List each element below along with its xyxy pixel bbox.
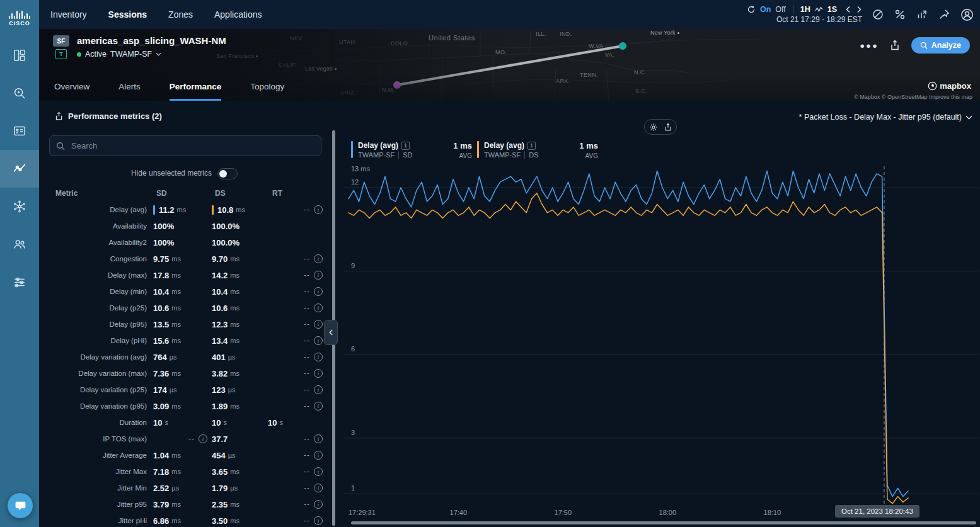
more-menu-icon[interactable]: ●●●	[860, 41, 879, 50]
info-icon[interactable]: i	[314, 402, 323, 411]
info-icon[interactable]: i	[314, 320, 323, 329]
metric-label: Delay (min)	[45, 283, 147, 300]
sidebar-item-performance[interactable]	[0, 150, 39, 188]
chevron-left-icon[interactable]	[845, 6, 851, 13]
metric-row[interactable]: Jitter p953.79ms2.35ms--i	[45, 496, 323, 513]
metric-row[interactable]: Delay variation (max)7.36ms3.82ms--i	[45, 365, 323, 382]
metric-row[interactable]: Jitter Average1.04ms454µs--i	[45, 447, 323, 463]
metric-row[interactable]: Duration10s10s10s	[45, 414, 323, 431]
pin-icon	[938, 9, 950, 20]
map-attribution[interactable]: © Mapbox © OpenStreetMap Improve this ma…	[854, 94, 972, 100]
nav-applications[interactable]: Applications	[214, 9, 262, 20]
metric-cell-ds: 454µs	[212, 447, 266, 463]
info-icon[interactable]: i	[314, 205, 323, 214]
info-icon[interactable]: i	[314, 484, 323, 492]
sidebar-item-inventory[interactable]	[0, 112, 39, 150]
info-icon[interactable]: i	[314, 271, 323, 280]
info-icon[interactable]: i	[314, 336, 323, 345]
metric-row[interactable]: Delay variation (p25)174µs123µs--i	[45, 382, 323, 398]
reports-button[interactable]	[916, 9, 928, 20]
nav-zones[interactable]: Zones	[168, 9, 193, 20]
legend-series-ds[interactable]: Delay (avg)1 TWAMP-SFDS 1 ms AVG	[477, 141, 598, 159]
tab-alerts[interactable]: Alerts	[118, 82, 141, 101]
info-icon[interactable]: i	[314, 353, 323, 361]
info-icon[interactable]: i	[314, 254, 323, 263]
sidebar-item-users[interactable]	[0, 225, 39, 263]
info-icon[interactable]: i	[314, 451, 323, 460]
legend-color-ds	[477, 141, 479, 158]
tab-topology[interactable]: Topology	[250, 82, 284, 101]
mapbox-logo[interactable]: mapbox	[928, 81, 971, 91]
metric-row[interactable]: Availability100%100.0%	[45, 218, 323, 234]
metric-cell-sd: 100%	[153, 218, 207, 234]
info-icon[interactable]: i	[314, 434, 323, 443]
info-icon[interactable]: i	[314, 303, 323, 312]
nav-sessions[interactable]: Sessions	[108, 9, 147, 20]
metric-row[interactable]: IP TOS (max)--i37.7--i	[45, 431, 323, 447]
info-icon[interactable]: i	[314, 369, 323, 378]
metric-cell-ds: 1.89ms	[212, 398, 266, 414]
chart-horizontal-scrollbar[interactable]	[351, 521, 976, 524]
metric-row[interactable]: Jitter pHi6.86ms3.50ms--i	[45, 513, 323, 527]
refresh-icon[interactable]	[747, 5, 756, 14]
metric-row[interactable]: Delay (pHi)15.6ms13.4ms--i	[45, 332, 323, 349]
account-button[interactable]	[960, 8, 974, 21]
metric-row[interactable]: Delay (p25)10.6ms10.6ms--i	[45, 300, 323, 316]
resolution-label[interactable]: 1S	[827, 5, 837, 14]
metric-row[interactable]: Delay (max)17.8ms14.2ms--i	[45, 267, 323, 283]
tab-performance[interactable]: Performance	[170, 82, 222, 101]
metric-cell-sd: 3.79ms	[153, 496, 207, 513]
collapse-panel-handle[interactable]	[324, 320, 338, 345]
sidebar-item-mesh[interactable]	[0, 188, 39, 225]
gear-icon[interactable]	[649, 123, 658, 132]
refresh-on-label[interactable]: On	[760, 5, 771, 14]
metric-row[interactable]: Availability2100%100.0%	[45, 234, 323, 251]
info-icon[interactable]: i	[314, 516, 323, 525]
card-icon	[13, 124, 26, 138]
search-box	[49, 135, 321, 156]
metric-cell-ds: 3.82ms	[212, 365, 266, 382]
x-axis-label: 18:00	[659, 509, 677, 516]
metric-row[interactable]: Delay variation (p95)3.09ms1.89ms--i	[45, 398, 323, 414]
sidebar-item-dashboard[interactable]	[0, 37, 39, 74]
analyze-button[interactable]: Analyze	[911, 37, 970, 54]
pin-button[interactable]	[938, 9, 950, 20]
metric-row[interactable]: Congestion9.75ms9.70ms--i	[45, 251, 323, 267]
metric-row[interactable]: Delay (p95)13.5ms12.3ms--i	[45, 316, 323, 332]
info-icon[interactable]: i	[314, 385, 323, 394]
clear-alerts-button[interactable]	[872, 9, 884, 20]
info-icon[interactable]: i	[199, 434, 207, 443]
metric-row[interactable]: Jitter Max7.18ms3.65ms--i	[45, 463, 323, 480]
metric-label: Jitter Max	[45, 463, 147, 480]
metric-row[interactable]: Delay (avg)11.2ms10.8ms--i	[45, 201, 323, 218]
session-status[interactable]: Active TWAMP-SF	[77, 50, 226, 59]
chart-plot[interactable]	[343, 164, 979, 504]
tab-overview[interactable]: Overview	[54, 82, 89, 101]
sampling-button[interactable]	[894, 9, 906, 20]
range-label[interactable]: 1H	[800, 5, 810, 14]
metric-cell-rt: --i	[268, 201, 323, 218]
share-icon[interactable]	[664, 123, 672, 132]
metric-row[interactable]: Delay variation (avg)764µs401µs--i	[45, 349, 323, 365]
metric-row[interactable]: Jitter Min2.52µs1.79µs--i	[45, 480, 323, 496]
metric-label: Jitter Average	[45, 447, 147, 463]
export-icon[interactable]	[55, 111, 63, 121]
search-input[interactable]	[70, 140, 314, 151]
info-icon[interactable]: i	[314, 500, 323, 509]
metric-cell-rt	[268, 218, 323, 234]
legend-series-sd[interactable]: Delay (avg)1 TWAMP-SFSD 1 ms AVG	[351, 141, 472, 159]
metric-cell-sd: 11.2ms	[153, 201, 207, 218]
share-icon[interactable]	[890, 40, 900, 51]
metric-cell-rt: --i	[268, 332, 323, 349]
hide-unselected-toggle[interactable]	[217, 168, 238, 179]
chat-widget-button[interactable]	[8, 493, 33, 518]
metric-row[interactable]: Delay (min)10.4ms10.4ms--i	[45, 283, 323, 300]
nav-inventory[interactable]: Inventory	[50, 9, 87, 20]
time-range-label: Oct 21 17:29 - 18:29 EST	[776, 15, 862, 24]
sidebar-item-settings[interactable]	[0, 263, 39, 301]
sidebar-item-sessions[interactable]	[0, 74, 39, 112]
info-icon[interactable]: i	[314, 287, 323, 296]
refresh-off-label[interactable]: Off	[775, 5, 785, 14]
chevron-right-icon[interactable]	[856, 6, 862, 13]
info-icon[interactable]: i	[314, 467, 323, 476]
